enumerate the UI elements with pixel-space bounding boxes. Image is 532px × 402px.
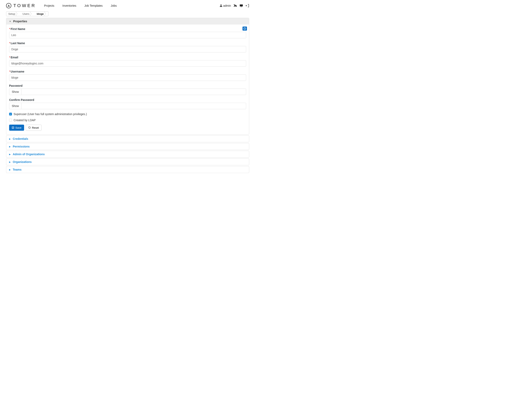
brand-name: TOWER [13,3,36,8]
nav-link-jobs[interactable]: Jobs [111,4,117,7]
top-navbar: A TOWER Projects Inventories Job Templat… [0,0,255,11]
breadcrumb-separator [46,12,48,16]
nav-link-inventories[interactable]: Inventories [62,4,76,7]
caret-right-icon: ▶ [9,161,11,163]
label-text: Username [11,70,24,73]
ldap-label: Created by LDAP [13,119,36,122]
required-marker: * [9,27,10,31]
form-group-last-name: *Last Name [9,42,246,52]
check-icon [12,127,14,129]
first-name-label: *First Name [9,27,246,31]
nav-links: Projects Inventories Job Templates Jobs [44,4,117,7]
username-label: *Username [9,70,246,73]
email-input[interactable] [9,60,246,67]
ldap-checkbox[interactable] [9,119,12,121]
form-group-password: Password Show [9,84,246,95]
breadcrumb-bar: Setup Users ldoge [0,11,255,18]
properties-panel: ▼ Properties *First Name *Last Name [6,18,249,134]
reset-button[interactable]: Reset [26,125,42,131]
superuser-label: Superuser (User has full system administ… [13,112,87,116]
email-label: *Email [9,56,246,59]
clock-icon [243,27,246,30]
sub-panel-permissions[interactable]: ▶ Permissions [6,143,249,150]
logout-icon[interactable] [246,4,249,7]
settings-icon[interactable] [233,4,237,7]
breadcrumb-label: ldoge [37,12,44,15]
label-text: First Name [11,27,25,31]
label-text: Email [11,56,18,59]
required-marker: * [9,42,10,45]
breadcrumb-item-current: ldoge [34,12,46,16]
sub-panel-organizations[interactable]: ▶ Organizations [6,159,249,165]
confirm-password-input-group: Show [9,103,246,109]
properties-panel-header[interactable]: ▼ Properties [6,18,249,25]
password-input-group: Show [9,89,246,95]
nav-link-projects[interactable]: Projects [44,4,54,7]
brand[interactable]: A TOWER [6,3,36,8]
password-show-button[interactable]: Show [9,89,21,95]
form-buttons: Save Reset [9,125,246,131]
sub-panel-link[interactable]: Credentials [13,137,28,140]
form-group-first-name: *First Name [9,27,246,38]
nav-user[interactable]: admin [220,4,231,7]
form-group-username: *Username [9,70,246,81]
brand-logo-letter: A [8,4,10,7]
properties-panel-body: *First Name *Last Name *Email [6,25,249,134]
last-name-label: *Last Name [9,42,246,45]
username-input[interactable] [9,74,246,81]
breadcrumb-separator [32,12,34,16]
sub-panel-link[interactable]: Organizations [13,160,32,164]
svg-rect-1 [241,7,242,7]
last-name-input[interactable] [9,46,246,52]
breadcrumb-item-users[interactable]: Users [20,12,32,16]
breadcrumb-label: Setup [8,12,15,15]
breadcrumb-separator [17,12,20,16]
required-marker: * [9,70,10,73]
confirm-password-input[interactable] [21,103,246,109]
confirm-password-show-button[interactable]: Show [9,103,21,109]
nav-link-job-templates[interactable]: Job Templates [84,4,103,7]
caret-right-icon: ▶ [9,169,11,171]
label-text: Last Name [11,42,25,45]
sub-panel-credentials[interactable]: ▶ Credentials [6,135,249,142]
brand-logo-icon: A [6,3,11,8]
caret-down-icon: ▼ [9,20,11,22]
user-icon [220,4,222,7]
breadcrumb-label: Users [23,12,29,15]
sub-panel-link[interactable]: Permissions [13,145,30,148]
caret-right-icon: ▶ [9,146,11,148]
breadcrumb-item-setup[interactable]: Setup [6,12,17,16]
undo-icon [28,127,31,129]
nav-right: admin [220,4,249,7]
ldap-checkbox-row[interactable]: Created by LDAP [9,119,246,122]
required-marker: * [9,56,10,59]
superuser-checkbox-row[interactable]: ✓ Superuser (User has full system admini… [9,112,246,116]
svg-rect-0 [240,5,243,6]
save-button-label: Save [15,126,21,129]
caret-right-icon: ▶ [9,153,11,155]
reset-button-label: Reset [32,126,39,129]
breadcrumb: Setup Users ldoge [6,11,48,16]
confirm-password-label: Confirm Password [9,98,246,102]
form-group-confirm-password: Confirm Password Show [9,98,246,109]
sub-panel-link[interactable]: Admin of Organizations [13,153,45,156]
superuser-checkbox[interactable]: ✓ [9,113,12,115]
password-input[interactable] [21,89,246,95]
monitor-icon[interactable] [240,4,243,7]
save-button[interactable]: Save [9,125,24,131]
password-label: Password [9,84,246,87]
sub-panel-link[interactable]: Teams [13,168,21,171]
sub-panel-teams[interactable]: ▶ Teams [6,166,249,173]
form-group-email: *Email [9,56,246,67]
first-name-input[interactable] [9,32,246,38]
page-content: ▼ Properties *First Name *Last Name [0,18,255,177]
activity-stream-button[interactable] [242,26,247,31]
properties-panel-title: Properties [13,20,27,23]
sub-panel-admin-orgs[interactable]: ▶ Admin of Organizations [6,151,249,158]
nav-user-name: admin [223,4,231,7]
caret-right-icon: ▶ [9,138,11,140]
